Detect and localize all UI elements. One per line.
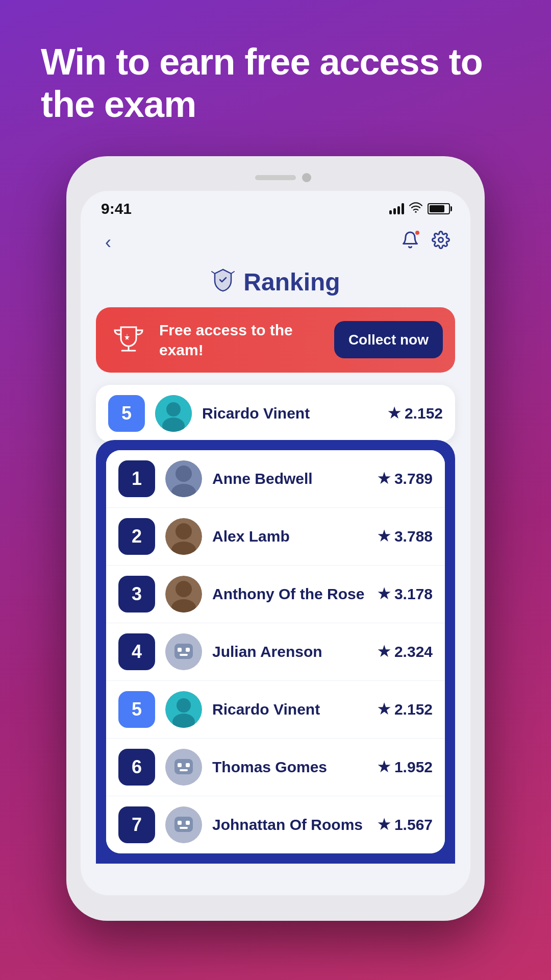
user-name: Anthony Of the Rose [212, 584, 367, 604]
svg-point-1 [439, 238, 443, 242]
user-name: Alex Lamb [212, 526, 367, 546]
svg-rect-23 [174, 759, 193, 774]
star-icon: ★ [388, 405, 400, 422]
settings-icon[interactable] [432, 231, 450, 254]
star-icon: ★ [378, 643, 390, 660]
user-name: Ricardo Vinent [212, 699, 367, 719]
status-time: 9:41 [101, 200, 132, 217]
list-item: 6 Thomas Gomes ★1.952 [106, 739, 445, 796]
rank-badge: 7 [118, 806, 155, 843]
svg-rect-30 [186, 821, 190, 825]
phone-frame: 9:41 ‹ [66, 156, 485, 921]
page-title-row: Ranking [81, 262, 470, 307]
list-item: 5 Ricardo Vinent ★2.152 [106, 681, 445, 739]
page-title: Ranking [243, 268, 340, 296]
battery-icon [428, 203, 450, 214]
svg-point-9 [176, 523, 192, 540]
svg-rect-17 [186, 648, 190, 652]
star-icon: ★ [378, 758, 390, 775]
avatar [165, 633, 202, 670]
list-item: 1 Anne Bedwell ★3.789 [106, 450, 445, 508]
svg-rect-26 [180, 769, 188, 771]
star-icon: ★ [378, 701, 390, 718]
nav-bar: ‹ [81, 223, 470, 262]
nav-icons [401, 231, 450, 254]
phone-notch [230, 170, 321, 185]
list-item: 7 Johnattan Of Rooms ★1.567 [106, 796, 445, 853]
svg-rect-16 [178, 648, 182, 652]
status-bar: 9:41 [81, 191, 470, 223]
current-user-avatar [155, 395, 192, 432]
leaderboard-list: 1 Anne Bedwell ★3.789 2 Alex Lamb ★3.788… [106, 450, 445, 853]
promo-banner: Free access to the exam! Collect now [96, 307, 455, 373]
score: ★2.152 [378, 701, 433, 718]
rank-badge: 4 [118, 633, 155, 670]
user-name: Thomas Gomes [212, 757, 367, 777]
svg-point-0 [415, 211, 416, 212]
score: ★2.324 [378, 643, 433, 660]
rank-shield-icon [211, 267, 235, 297]
svg-rect-25 [186, 763, 190, 767]
trophy-icon [108, 320, 149, 360]
svg-rect-31 [180, 827, 188, 829]
svg-point-3 [166, 402, 181, 416]
list-item: 4 Julian Arenson ★2.324 [106, 623, 445, 681]
svg-point-12 [176, 581, 192, 597]
list-item: 2 Alex Lamb ★3.788 [106, 508, 445, 566]
leaderboard-section: 1 Anne Bedwell ★3.789 2 Alex Lamb ★3.788… [96, 440, 455, 864]
headline-section: Win to earn free access to the exam [0, 0, 551, 141]
current-user-rank-badge: 5 [108, 395, 145, 432]
current-user-card: 5 Ricardo Vinent ★ 2.152 [96, 385, 455, 442]
score: ★3.788 [378, 528, 433, 545]
star-icon: ★ [378, 470, 390, 487]
svg-rect-28 [174, 817, 193, 832]
wifi-icon [409, 202, 422, 216]
signal-icon [389, 203, 404, 214]
rank-badge: 2 [118, 518, 155, 555]
user-name: Johnattan Of Rooms [212, 815, 367, 835]
notification-dot [414, 230, 420, 236]
svg-rect-29 [178, 821, 182, 825]
avatar [165, 749, 202, 786]
content-area: Free access to the exam! Collect now 5 R… [81, 307, 470, 442]
star-icon: ★ [378, 816, 390, 833]
headline-text: Win to earn free access to the exam [41, 41, 510, 126]
rank-badge: 5 [118, 691, 155, 728]
svg-rect-18 [180, 654, 188, 656]
score: ★1.952 [378, 758, 433, 776]
svg-rect-24 [178, 763, 182, 767]
collect-button[interactable]: Collect now [334, 321, 443, 359]
rank-badge: 3 [118, 576, 155, 612]
score: ★1.567 [378, 816, 433, 834]
avatar [165, 518, 202, 555]
avatar [165, 460, 202, 497]
user-name: Julian Arenson [212, 642, 367, 662]
current-user-name: Ricardo Vinent [202, 403, 378, 423]
rank-badge: 1 [118, 460, 155, 497]
current-user-score: ★ 2.152 [388, 405, 443, 422]
svg-point-20 [177, 698, 191, 713]
avatar [165, 806, 202, 843]
notification-bell-wrap [401, 231, 419, 254]
star-icon: ★ [378, 528, 390, 545]
phone-screen: 9:41 ‹ [81, 191, 470, 895]
back-button[interactable]: ‹ [101, 228, 115, 257]
avatar [165, 691, 202, 728]
svg-point-6 [176, 465, 192, 482]
avatar [165, 576, 202, 612]
svg-rect-15 [174, 644, 193, 659]
score: ★3.789 [378, 470, 433, 487]
rank-badge: 6 [118, 749, 155, 786]
score: ★3.178 [378, 585, 433, 603]
user-name: Anne Bedwell [212, 469, 367, 488]
star-icon: ★ [378, 585, 390, 602]
banner-text: Free access to the exam! [159, 320, 324, 360]
list-item: 3 Anthony Of the Rose ★3.178 [106, 566, 445, 623]
status-icons [389, 202, 450, 216]
